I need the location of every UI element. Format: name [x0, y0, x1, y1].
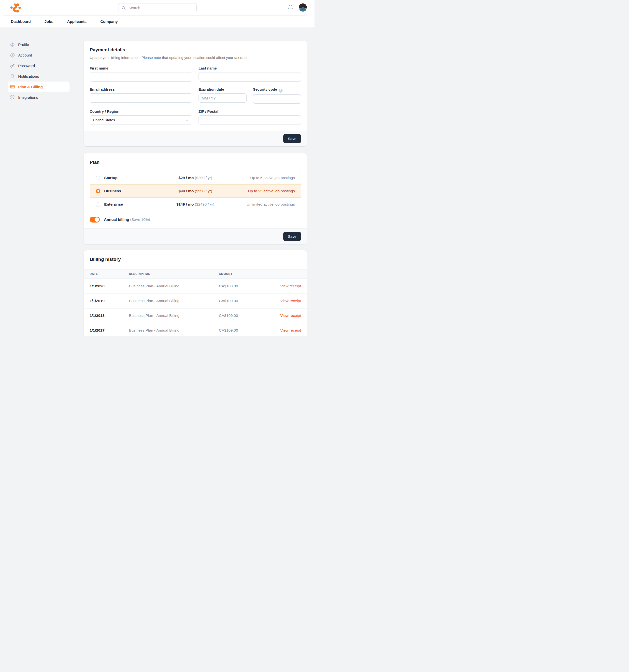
radio-unchecked-icon[interactable] [96, 202, 100, 207]
apps-icon [10, 95, 15, 100]
billing-table-header: Date Description Amount [84, 269, 307, 279]
plan-option-feature: Up to 25 active job postings [212, 189, 295, 193]
user-avatar[interactable] [299, 3, 307, 11]
sidebar-item-account[interactable]: Account [8, 50, 70, 61]
security-code-field[interactable] [253, 94, 301, 104]
radio-checked-icon[interactable] [96, 189, 100, 193]
annual-billing-label: Annual billing [104, 217, 129, 221]
payment-details-card: Payment details Update your billing info… [84, 41, 307, 146]
billing-amount: CA$109.00 [219, 328, 280, 333]
search-input[interactable] [128, 5, 193, 10]
payment-details-title: Payment details [90, 47, 301, 53]
billing-date: 1/1/2017 [90, 328, 129, 333]
plan-option-price: $29 / mo ($290 / yr) [179, 176, 212, 180]
sidebar-item-label: Password [18, 64, 35, 68]
sidebar-item-label: Account [18, 53, 32, 57]
annual-billing-row: Annual billing (Save 10%) [90, 217, 301, 222]
plan-option-name: Startup [104, 176, 117, 180]
billing-description: Business Plan - Annual Billing [129, 313, 219, 318]
payment-card-footer: Save [84, 131, 307, 146]
zip-label: ZIP / Postal [199, 109, 301, 114]
plan-card: Plan Startup $29 / mo ($290 / yr) Up to … [84, 153, 307, 244]
plan-option-price: $249 / mo ($2490 / yr) [177, 202, 214, 207]
sidebar-item-password[interactable]: Password [8, 61, 70, 71]
key-icon [10, 63, 15, 68]
expiration-field[interactable] [199, 93, 247, 103]
billing-amount: CA$109.00 [219, 313, 280, 318]
plan-option-feature: Up to 5 active job postings [212, 176, 295, 180]
billing-date: 1/1/2018 [90, 313, 129, 318]
sidebar-item-label: Integrations [18, 95, 38, 100]
sidebar-item-integrations[interactable]: Integrations [8, 92, 70, 103]
main-content: Payment details Update your billing info… [84, 41, 307, 336]
country-select[interactable]: United States [90, 116, 192, 125]
billing-description: Business Plan - Annual Billing [129, 284, 219, 288]
billing-row: 1/1/2019 Business Plan - Annual Billing … [84, 293, 307, 308]
billing-amount: CA$109.00 [219, 284, 280, 288]
plan-option-startup[interactable]: Startup $29 / mo ($290 / yr) Up to 5 act… [90, 171, 301, 185]
last-name-field[interactable] [199, 72, 301, 81]
view-receipt-link[interactable]: View receipt [280, 284, 301, 288]
nav-applicants[interactable]: Applicants [67, 19, 87, 24]
first-name-label: First name [90, 66, 192, 71]
expiration-label: Expration date [199, 87, 247, 92]
plan-option-feature: Unlimited active job postings [214, 202, 295, 207]
sidebar-item-notifications[interactable]: Notifications [8, 71, 70, 81]
view-receipt-link[interactable]: View receipt [280, 313, 301, 318]
nav-company[interactable]: Company [100, 19, 118, 24]
plan-option-enterprise[interactable]: Enterprise $249 / mo ($2490 / yr) Unlimi… [90, 198, 301, 211]
billing-row: 1/1/2020 Business Plan - Annual Billing … [84, 279, 307, 293]
main-nav: Dashboard Jobs Applicants Company [0, 16, 314, 28]
country-selected-value: United States [93, 118, 115, 122]
view-receipt-link[interactable]: View receipt [280, 328, 301, 333]
view-receipt-link[interactable]: View receipt [280, 299, 301, 303]
plan-options-list: Startup $29 / mo ($290 / yr) Up to 5 act… [90, 171, 301, 211]
billing-date: 1/1/2019 [90, 299, 129, 303]
sidebar-item-label: Profile [18, 43, 29, 47]
help-icon[interactable]: ? [279, 89, 283, 93]
sidebar-item-label: Notifications [18, 74, 39, 79]
billing-date: 1/1/2020 [90, 284, 129, 288]
sidebar-item-profile[interactable]: Profile [8, 39, 70, 50]
billing-history-card: Billing history Date Description Amount … [84, 250, 307, 336]
payment-details-subtitle: Update your billing information. Please … [90, 55, 301, 61]
plan-option-business[interactable]: Business $99 / mo ($990 / yr) Up to 25 a… [90, 185, 301, 198]
payment-form: First name Last name Email address [90, 66, 301, 125]
search-icon [121, 6, 126, 10]
plan-option-name: Business [104, 189, 121, 193]
column-header-date: Date [90, 272, 129, 275]
country-label: Country / Region [90, 109, 192, 114]
nav-jobs[interactable]: Jobs [45, 19, 53, 24]
billing-amount: CA$109.00 [219, 299, 280, 303]
payment-save-button[interactable]: Save [283, 134, 301, 143]
plan-option-name: Enterprise [104, 202, 123, 207]
billing-row: 1/1/2017 Business Plan - Annual Billing … [84, 323, 307, 336]
sidebar-item-plan-billing[interactable]: Plan & Billing [8, 81, 70, 92]
plan-billing-page: Dashboard Jobs Applicants Company Profil… [0, 0, 314, 336]
first-name-field[interactable] [90, 72, 192, 81]
app-header: Dashboard Jobs Applicants Company [0, 0, 314, 28]
search-box[interactable] [118, 3, 196, 12]
plan-title: Plan [90, 159, 301, 166]
annual-billing-toggle[interactable] [90, 217, 100, 222]
zip-field[interactable] [199, 116, 301, 125]
notifications-bell-icon[interactable] [287, 4, 294, 11]
nav-dashboard[interactable]: Dashboard [11, 19, 31, 24]
column-header-amount: Amount [219, 272, 301, 275]
email-label: Email address [90, 87, 192, 92]
chevron-down-icon [185, 118, 189, 122]
billing-history-title: Billing history [90, 256, 301, 263]
radio-unchecked-icon[interactable] [96, 176, 100, 180]
billing-description: Business Plan - Annual Billing [129, 299, 219, 303]
plan-option-price: $99 / mo ($990 / yr) [179, 189, 212, 193]
column-header-description: Description [129, 272, 219, 275]
security-code-label: Security code? [253, 87, 301, 93]
gear-icon [10, 53, 15, 57]
settings-sidebar: Profile Account Password [8, 39, 70, 103]
annual-billing-note: (Save 10%) [130, 217, 150, 221]
billing-description: Business Plan - Annual Billing [129, 328, 219, 333]
email-field[interactable] [90, 93, 192, 103]
billing-row: 1/1/2018 Business Plan - Annual Billing … [84, 308, 307, 323]
plan-card-footer: Save [84, 229, 307, 244]
plan-save-button[interactable]: Save [283, 232, 301, 241]
